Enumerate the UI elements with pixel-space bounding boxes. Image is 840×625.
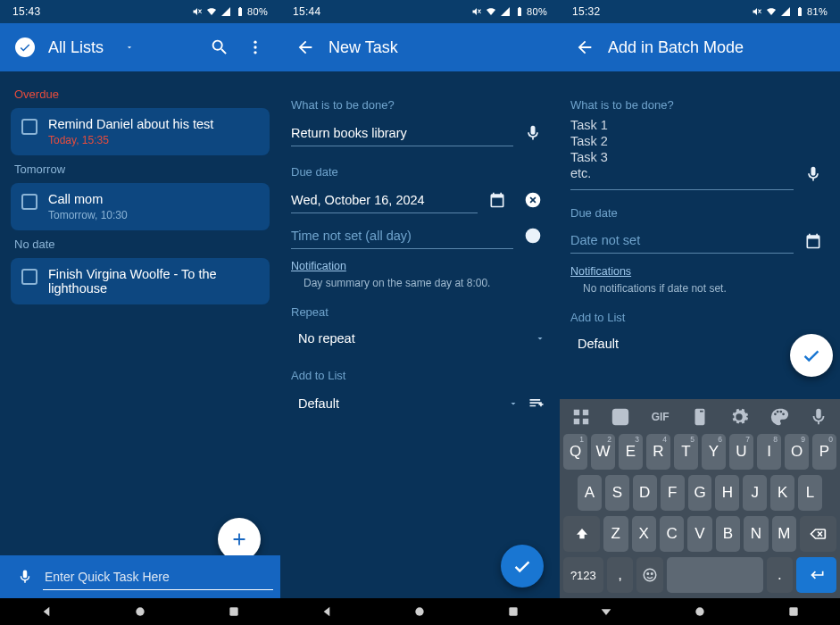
list-selector[interactable]: All Lists: [48, 38, 202, 57]
kb-clipboard[interactable]: [686, 405, 714, 429]
status-time: 15:32: [572, 5, 601, 18]
task-checkbox[interactable]: [21, 119, 37, 135]
due-date-input[interactable]: Date not set: [570, 228, 794, 254]
notification-link[interactable]: Notifications: [570, 256, 631, 283]
list-add-icon[interactable]: [528, 395, 545, 412]
nav-back[interactable]: [320, 604, 334, 619]
voice-button[interactable]: [7, 559, 43, 595]
kb-gear[interactable]: [725, 405, 753, 429]
nav-recent[interactable]: [506, 604, 520, 619]
kb-theme[interactable]: [765, 405, 794, 429]
nav-home[interactable]: [412, 604, 427, 619]
task-row[interactable]: Finish Virgina Woolfe - To the lighthous…: [11, 258, 270, 304]
key-t[interactable]: T5: [674, 434, 698, 470]
nav-recent[interactable]: [786, 604, 801, 619]
quick-task-input[interactable]: [43, 564, 273, 590]
key-x[interactable]: X: [632, 516, 656, 552]
key-c[interactable]: C: [660, 516, 684, 552]
nav-home[interactable]: [133, 604, 147, 619]
list-value: Default: [298, 396, 339, 411]
save-task-fab[interactable]: [790, 334, 833, 377]
svg-point-1: [254, 46, 256, 48]
key-r[interactable]: R4: [646, 434, 670, 470]
notification-link[interactable]: Notification: [291, 251, 346, 278]
svg-point-19: [695, 607, 703, 615]
key-q[interactable]: Q1: [563, 434, 587, 470]
calendar-button[interactable]: [797, 225, 829, 257]
key-y[interactable]: Y6: [702, 434, 726, 470]
batch-input[interactable]: Task 1Task 2Task 3etc.: [570, 117, 794, 190]
key-s[interactable]: S: [605, 475, 629, 511]
key-f[interactable]: F: [661, 475, 685, 511]
key-a[interactable]: A: [578, 475, 602, 511]
key-n[interactable]: N: [744, 516, 768, 552]
kb-stickers[interactable]: [606, 405, 635, 429]
task-row[interactable]: Remind Daniel about his test Today, 15:3…: [11, 108, 270, 155]
task-checkbox[interactable]: [21, 194, 37, 210]
save-task-fab[interactable]: [501, 545, 544, 588]
task-title-input[interactable]: Return books library: [291, 121, 513, 146]
voice-button[interactable]: [517, 117, 549, 149]
calendar-button[interactable]: [481, 184, 513, 216]
key-m[interactable]: M: [772, 516, 796, 552]
key-u[interactable]: U7: [729, 434, 753, 470]
key-enter[interactable]: [796, 557, 836, 593]
battery-icon: [235, 6, 245, 17]
key-b[interactable]: B: [716, 516, 740, 552]
back-button[interactable]: [567, 29, 603, 65]
task-subtitle: Tomorrow, 10:30: [48, 209, 259, 221]
key-w[interactable]: W2: [591, 434, 615, 470]
key-h[interactable]: H: [715, 475, 739, 511]
status-bar: 15:43 80%: [0, 0, 280, 23]
due-date-input[interactable]: Wed, October 16, 2024: [291, 188, 478, 213]
key-j[interactable]: J: [743, 475, 767, 511]
app-bar: Add in Batch Mode: [560, 23, 840, 71]
svg-point-16: [645, 569, 657, 581]
add-task-fab[interactable]: [218, 518, 261, 561]
nav-recent[interactable]: [227, 604, 241, 619]
voice-button[interactable]: [797, 158, 829, 190]
overflow-menu[interactable]: [237, 29, 273, 65]
kb-gif[interactable]: GIF: [646, 405, 675, 429]
task-list: Overdue Remind Daniel about his test Tod…: [0, 71, 280, 625]
kb-voice[interactable]: [804, 405, 833, 429]
back-button[interactable]: [287, 29, 323, 65]
task-row[interactable]: Call mom Tomorrow, 10:30: [11, 183, 270, 230]
time-button[interactable]: [517, 220, 549, 252]
key-z[interactable]: Z: [603, 516, 628, 552]
kb-settings[interactable]: [567, 405, 595, 429]
repeat-select[interactable]: No repeat: [291, 324, 549, 353]
key-backspace[interactable]: [800, 516, 836, 552]
clock-icon: [524, 227, 542, 245]
wifi-icon: [766, 6, 777, 17]
search-button[interactable]: [202, 29, 237, 65]
key-l[interactable]: L: [798, 475, 822, 511]
field-label-what: What is to be done?: [570, 98, 829, 112]
key-g[interactable]: G: [688, 475, 712, 511]
svg-rect-11: [574, 419, 579, 424]
key-space[interactable]: [667, 557, 762, 593]
key-d[interactable]: D: [633, 475, 657, 511]
check-icon: [512, 556, 532, 576]
nav-home[interactable]: [693, 604, 707, 619]
list-select[interactable]: Default: [291, 388, 549, 420]
app-icon[interactable]: [7, 29, 43, 65]
due-time-input[interactable]: Time not set (all day): [291, 223, 513, 249]
nav-back[interactable]: [39, 604, 54, 619]
key-e[interactable]: E3: [619, 434, 643, 470]
key-v[interactable]: V: [687, 516, 711, 552]
key-o[interactable]: O9: [785, 434, 809, 470]
key-k[interactable]: K: [770, 475, 794, 511]
key-emoji[interactable]: [636, 557, 663, 593]
list-value: Default: [578, 337, 619, 351]
key-i[interactable]: I8: [757, 434, 781, 470]
key-comma[interactable]: ,: [607, 557, 634, 593]
nav-down[interactable]: [599, 604, 613, 619]
task-checkbox[interactable]: [21, 269, 37, 285]
svg-point-18: [652, 573, 653, 575]
key-shift[interactable]: [563, 516, 600, 552]
key-p[interactable]: P0: [812, 434, 836, 470]
key-symbols[interactable]: ?123: [563, 557, 603, 593]
clear-date-button[interactable]: [517, 184, 549, 216]
key-period[interactable]: .: [767, 557, 794, 593]
